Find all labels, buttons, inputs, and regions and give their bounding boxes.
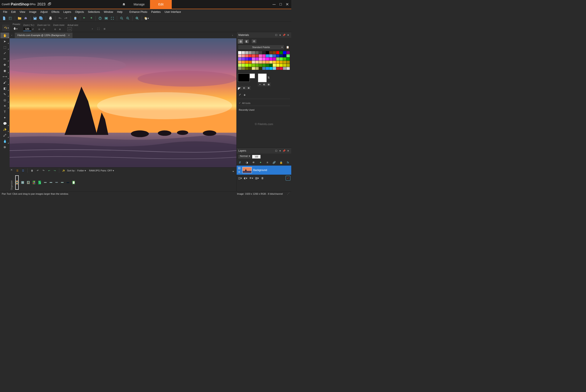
color-swatch[interactable] [262,51,266,54]
straighten-tool[interactable]: ⟷ [1,74,9,80]
gradient-tool[interactable]: ◧ [1,86,9,91]
color-swatch[interactable] [273,58,276,60]
status-resize-grip[interactable]: ⋰ [287,192,290,195]
color-swatch[interactable] [259,54,262,58]
copy-special-button[interactable]: ▾ [144,16,149,21]
rotate-left-button[interactable]: ↶ [36,168,40,173]
thumbnail[interactable] [15,175,19,190]
panel-pin-button[interactable]: 📌 [283,149,286,152]
color-swatch[interactable] [276,51,280,54]
new-template-button[interactable] [8,16,13,21]
thumbnail[interactable] [44,178,47,187]
color-swatch[interactable] [242,51,245,54]
add-swatch-icon[interactable]: + [244,93,246,97]
menu-adjust[interactable]: Adjust [39,10,49,14]
color-swatch[interactable] [276,61,280,64]
selection-tool[interactable]: ⬚ [1,44,9,50]
color-swatch[interactable] [255,58,259,60]
color-swatch[interactable] [245,54,248,58]
color-swatch[interactable] [266,67,269,70]
color-swatch[interactable] [255,67,259,70]
color-swatch[interactable] [242,58,245,60]
arrange-button[interactable]: ⊞ [103,27,107,31]
opacity-input[interactable]: 100 [252,155,261,158]
color-swatch[interactable] [249,51,252,54]
background-swatch[interactable] [258,74,267,82]
thumbnail[interactable] [38,175,41,190]
zoom-in-button[interactable] [125,16,130,21]
zoom-out-button[interactable] [119,16,124,21]
pencil-tool[interactable]: ✎ [1,91,9,97]
save-all-button[interactable] [39,16,44,21]
maximize-button[interactable]: ☐ [278,2,283,7]
color-swatch[interactable] [249,54,252,58]
menu-palettes[interactable]: Palettes [150,10,162,14]
background-swatch-small[interactable] [250,74,255,78]
thumbnail[interactable] [61,178,64,187]
undo-org-button[interactable]: ↩ [47,168,51,173]
color-swatch[interactable] [259,58,262,60]
color-swatch[interactable] [238,54,241,58]
eyedropper-icon[interactable]: ⤢ [239,93,241,97]
color-swatch[interactable] [266,64,269,67]
all-tools-toggle[interactable]: ✓ All tools [238,100,290,106]
minimize-button[interactable]: — [272,2,276,7]
color-swatch[interactable] [249,64,252,67]
thumbnail[interactable] [32,175,36,190]
color-swatch[interactable] [283,58,286,60]
color-swatch[interactable] [255,61,259,64]
color-swatch[interactable] [238,58,241,60]
color-swatch[interactable] [252,51,255,54]
close-button[interactable]: ✕ [285,2,290,7]
color-swatch[interactable] [252,54,255,58]
move-tool[interactable]: ✥ [1,62,9,68]
color-swatch[interactable] [245,61,248,64]
new-file-button[interactable] [2,16,7,21]
color-swatch[interactable] [269,67,273,70]
color-swatch[interactable] [238,51,241,54]
redeye-tool[interactable]: ◉ [1,68,9,74]
actual-size-button[interactable]: 1:1 [68,27,72,31]
home-tab[interactable] [120,0,128,9]
document-tab[interactable]: FileInfo.com Example @ 120% (Background)… [15,33,73,38]
layer-lock-button[interactable]: 🔒 [279,160,283,165]
color-swatch[interactable] [280,64,283,67]
smart-brush-tool[interactable]: 🖍 [1,132,9,138]
retouch-tool[interactable]: ✨ [1,126,9,132]
color-swatch[interactable] [269,64,273,67]
thumbnail[interactable] [27,175,30,190]
color-swatch[interactable] [259,61,262,64]
new-mask-button[interactable]: ◐▾ [243,176,248,180]
rotate-right-button[interactable]: ↷ [41,168,46,173]
color-swatch[interactable] [273,51,276,54]
menu-file[interactable]: File [1,10,9,14]
color-swatch[interactable] [242,67,245,70]
zoom-auto-button[interactable] [135,16,140,21]
text-tool[interactable]: T [1,109,9,115]
sort-by-dropdown[interactable]: Folder ▾ [77,169,86,172]
menu-layers[interactable]: Layers [62,10,73,14]
color-swatch[interactable] [259,67,262,70]
style-pattern-button[interactable]: ▩ [247,86,251,90]
thumbnail[interactable] [55,178,58,187]
menu-edit[interactable]: Edit [9,10,18,14]
bg-style-gradient-button[interactable]: ◧ [262,83,266,86]
layer-effects-button[interactable]: ✦ [258,160,263,165]
layer-item[interactable]: 🖼 👁 Background [237,166,291,175]
color-swatch[interactable] [262,58,266,60]
color-swatch[interactable] [266,54,269,58]
color-swatch[interactable] [245,64,248,67]
view-list-button[interactable]: ☲ [21,168,25,173]
color-swatch[interactable] [255,54,259,58]
new-layer-button[interactable]: ◫▾ [238,176,242,180]
color-swatch[interactable] [273,61,276,64]
menu-view[interactable]: View [18,10,27,14]
fit-screen-button[interactable] [104,16,109,21]
color-swatch[interactable] [242,54,245,58]
undo-button[interactable] [58,16,62,21]
menu-image[interactable]: Image [28,10,38,14]
presets-hand-button[interactable]: ▾ [13,26,18,31]
color-swatch[interactable] [276,67,280,70]
color-swatch[interactable] [286,67,290,70]
menu-enhance-photo[interactable]: Enhance Photo [128,10,149,14]
